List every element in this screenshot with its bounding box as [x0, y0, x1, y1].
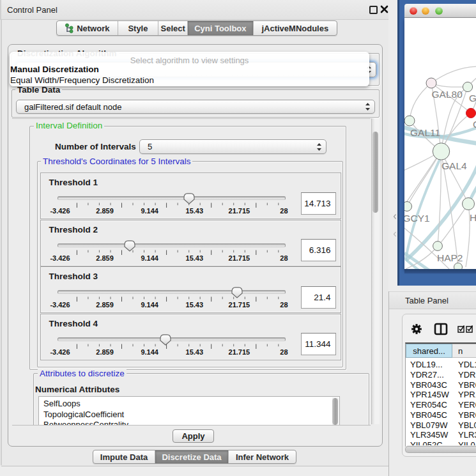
svg-text:GAL11: GAL11 — [410, 127, 440, 138]
svg-text:GCY1: GCY1 — [404, 213, 430, 224]
svg-text:HIS7: HIS7 — [470, 212, 476, 223]
svg-text:GAL4: GAL4 — [441, 160, 467, 171]
svg-text:GAL3: GAL3 — [469, 93, 476, 104]
svg-text:GAL2: GAL2 — [473, 119, 476, 130]
svg-text:HAP2: HAP2 — [437, 252, 463, 263]
svg-text:GAL80: GAL80 — [432, 89, 463, 100]
